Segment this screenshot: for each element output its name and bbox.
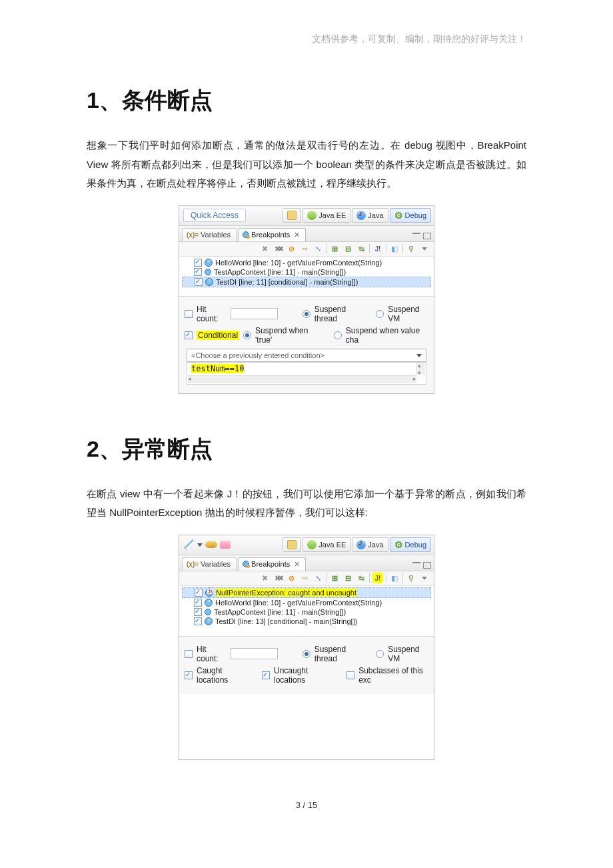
conditional-checkbox[interactable] [185, 331, 193, 339]
horizontal-scrollbar-icon[interactable] [188, 375, 416, 383]
add-java-exception-icon[interactable]: J! [372, 243, 383, 254]
link-with-debug-icon[interactable]: ↹ [356, 573, 366, 583]
tab-breakpoints[interactable]: Breakpoints✕ [238, 557, 306, 571]
checkbox-icon[interactable] [194, 617, 202, 625]
skip-all-icon[interactable]: ⊘ [286, 243, 297, 254]
page-number: 3 / 15 [87, 800, 526, 810]
suspend-thread-radio[interactable] [303, 310, 310, 318]
remove-breakpoint-icon[interactable]: ✖ [259, 243, 270, 254]
suspend-thread-label: Suspend thread [314, 305, 364, 323]
breakpoint-row[interactable]: HelloWorld [line: 10] - getValueFromCont… [182, 258, 431, 267]
checkbox-icon[interactable] [194, 268, 202, 276]
condition-text-area[interactable]: testNum==10 [187, 362, 426, 385]
breakpoints-toolbar: ✖ ✖✖ ⊘ ⇨ ⤡ ⊞ ⊟ ↹ J! ◧ ⚲ [179, 242, 434, 257]
hit-count-input[interactable] [231, 648, 278, 659]
add-java-exception-icon[interactable]: J! [372, 573, 383, 583]
view-menu-icon[interactable] [419, 573, 430, 583]
breakpoint-label: HelloWorld [line: 10] - getValueFromCont… [215, 259, 382, 267]
remove-all-breakpoints-icon[interactable]: ✖✖ [273, 243, 283, 254]
goto-file-icon[interactable]: ⇨ [299, 573, 310, 583]
suspend-vm-label: Suspend VM [388, 645, 428, 663]
subclasses-label: Subclasses of this exc [358, 666, 428, 685]
breakpoint-row[interactable]: HelloWorld [line: 10] - getValueFromCont… [182, 598, 431, 607]
conditional-label: Conditional [197, 331, 239, 340]
expand-all-icon[interactable]: ⊞ [329, 573, 340, 583]
minimize-icon[interactable] [412, 562, 420, 569]
link-with-debug-icon[interactable]: ↹ [356, 243, 366, 254]
checkbox-icon[interactable] [195, 278, 203, 286]
hit-count-input[interactable] [231, 308, 278, 319]
hit-count-checkbox[interactable] [185, 650, 193, 658]
show-breakpoints-icon[interactable]: ⤡ [312, 243, 323, 254]
open-perspective-icon [287, 211, 297, 220]
debug-icon: ⚙ [394, 211, 403, 220]
maximize-icon[interactable] [423, 562, 431, 569]
eclipse-panel-conditional: Quick Access Java EE Java ⚙Debug (x)=Var… [179, 205, 434, 394]
perspective-java[interactable]: Java [352, 537, 388, 552]
dropdown-icon[interactable] [197, 543, 203, 547]
goto-file-icon[interactable]: ⇨ [299, 243, 310, 254]
quick-access-field[interactable]: Quick Access [183, 209, 246, 222]
default-working-set-icon[interactable]: ⚲ [406, 573, 416, 583]
perspective-java-ee[interactable]: Java EE [303, 208, 350, 223]
checkbox-icon[interactable] [194, 599, 202, 607]
suspend-when-true-radio[interactable] [243, 331, 251, 339]
default-working-set-icon[interactable]: ⚲ [406, 243, 416, 254]
java-icon [356, 211, 366, 220]
variables-icon: (x)= [187, 561, 199, 568]
breakpoint-row[interactable]: TestAppContext [line: 11] - main(String[… [182, 267, 431, 277]
java-ee-icon [307, 540, 316, 549]
breakpoint-row[interactable]: TestDI [line: 11] [conditional] - main(S… [182, 277, 431, 287]
perspective-debug[interactable]: ⚙Debug [390, 208, 431, 223]
remove-all-breakpoints-icon[interactable]: ✖✖ [273, 573, 283, 583]
debug-icon: ⚙ [394, 540, 403, 549]
close-icon[interactable]: ✕ [294, 560, 300, 569]
group-by-icon[interactable]: ◧ [389, 243, 400, 254]
group-by-icon[interactable]: ◧ [389, 573, 400, 583]
caught-checkbox[interactable] [185, 671, 193, 679]
vertical-scrollbar-icon[interactable] [416, 363, 425, 375]
breakpoint-list: HelloWorld [line: 10] - getValueFromCont… [179, 257, 434, 297]
maximize-icon[interactable] [423, 233, 431, 239]
tab-variables[interactable]: (x)=Variables [182, 557, 237, 571]
breakpoint-row[interactable]: NullPointerException: caught and uncaugh… [182, 587, 431, 598]
uncaught-checkbox[interactable] [262, 671, 270, 679]
pen-icon [184, 539, 195, 550]
condition-history-combo[interactable]: <Choose a previously entered condition> [187, 349, 426, 362]
suspend-when-change-label: Suspend when value cha [346, 326, 428, 345]
breakpoint-row[interactable]: TestDI [line: 13] [conditional] - main(S… [182, 617, 431, 626]
open-perspective-button[interactable] [283, 208, 301, 223]
view-menu-icon[interactable] [419, 243, 430, 254]
collapse-all-icon[interactable]: ⊟ [342, 243, 353, 254]
checkbox-icon[interactable] [194, 608, 202, 616]
tab-bar: (x)=Variables Breakpoints✕ [179, 555, 434, 571]
close-icon[interactable]: ✕ [294, 231, 300, 239]
tab-breakpoints[interactable]: Breakpoints✕ [238, 228, 306, 241]
expand-all-icon[interactable]: ⊞ [329, 243, 340, 254]
open-perspective-icon [287, 540, 297, 549]
perspective-debug[interactable]: ⚙Debug [390, 537, 431, 552]
skip-all-icon[interactable]: ⊘ [286, 573, 297, 583]
open-perspective-button[interactable] [283, 537, 301, 552]
perspective-java-ee[interactable]: Java EE [303, 537, 350, 552]
breakpoint-label: HelloWorld [line: 10] - getValueFromCont… [215, 599, 382, 607]
breakpoint-label: TestDI [line: 13] [conditional] - main(S… [215, 617, 357, 625]
suspend-vm-label: Suspend VM [388, 305, 428, 323]
conditional-breakpoint-icon [205, 599, 213, 607]
checkbox-icon[interactable] [194, 259, 202, 267]
remove-breakpoint-icon[interactable]: ✖ [259, 573, 270, 583]
subclasses-checkbox[interactable] [346, 671, 354, 679]
tab-variables[interactable]: (x)=Variables [182, 228, 237, 241]
perspective-java[interactable]: Java [352, 208, 388, 223]
hit-count-checkbox[interactable] [185, 310, 193, 318]
suspend-thread-radio[interactable] [303, 650, 310, 658]
checkbox-icon[interactable] [195, 589, 203, 597]
minimize-icon[interactable] [412, 233, 420, 239]
breakpoint-label: NullPointerException: caught and uncaugh… [216, 589, 356, 597]
suspend-vm-radio[interactable] [376, 310, 384, 318]
breakpoint-row[interactable]: TestAppContext [line: 11] - main(String[… [182, 607, 431, 617]
collapse-all-icon[interactable]: ⊟ [342, 573, 353, 583]
suspend-vm-radio[interactable] [376, 650, 384, 658]
show-breakpoints-icon[interactable]: ⤡ [312, 573, 323, 583]
suspend-when-change-radio[interactable] [334, 331, 342, 339]
